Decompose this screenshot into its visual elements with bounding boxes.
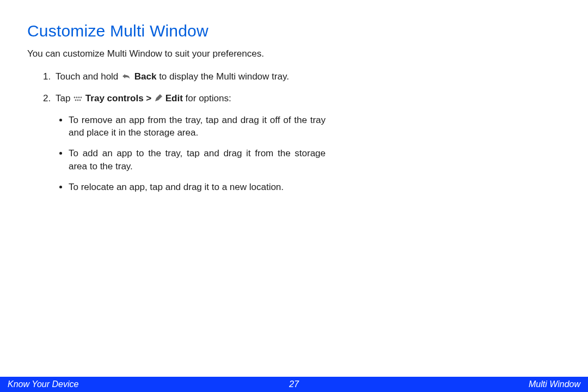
step1-pre: Touch and hold [56,71,121,82]
back-icon [121,71,132,84]
svg-point-6 [79,99,81,101]
page-footer: Know Your Device 27 Multi Window [0,377,588,392]
step2-bold2: Edit [163,93,183,103]
option-remove: To remove an app from the tray, tap and … [69,114,326,140]
svg-point-4 [75,99,77,101]
step-2: Tap Tray controls > Edit for options: To… [53,92,326,194]
option-add: To add an app to the tray, tap and drag … [69,147,326,173]
footer-left: Know Your Device [8,379,78,389]
footer-page-number: 27 [289,379,299,389]
section-heading: Customize Multi Window [27,22,561,40]
intro-paragraph: You can customize Multi Window to suit y… [27,48,278,60]
svg-point-2 [78,96,80,98]
svg-point-3 [81,96,82,98]
edit-icon [154,93,163,106]
options-list: To remove an app from the tray, tap and … [56,114,326,194]
step1-post: to display the Multi window tray. [156,71,289,82]
option-relocate: To relocate an app, tap and drag it to a… [69,181,326,194]
step-1: Touch and hold Back to display the Multi… [53,70,326,84]
footer-right: Multi Window [529,379,580,389]
svg-point-1 [76,96,78,98]
steps-list: Touch and hold Back to display the Multi… [27,70,326,194]
step2-post: for options: [183,93,231,103]
svg-point-0 [74,96,76,98]
step1-bold: Back [132,71,156,82]
step2-bold1: Tray controls > [83,93,154,103]
svg-point-5 [77,99,79,101]
tray-controls-icon [73,93,83,106]
step2-pre: Tap [56,93,73,103]
